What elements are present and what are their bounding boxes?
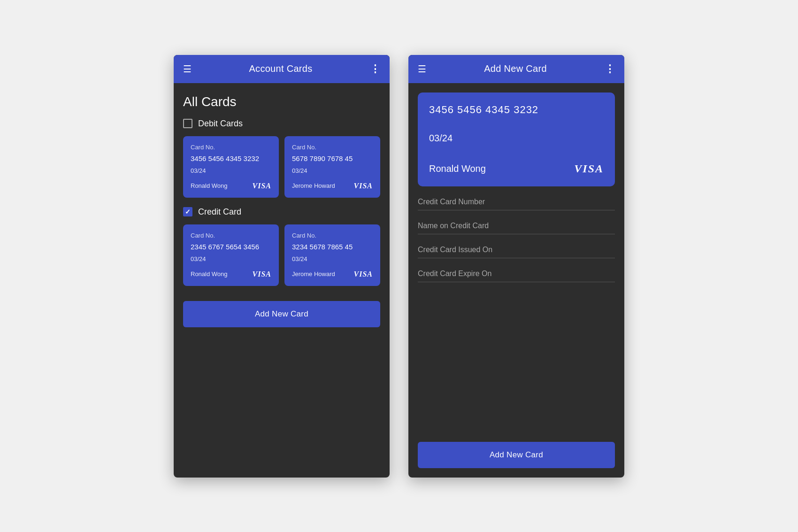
right-phone-frame: ☰ Add New Card ⋮ 3456 5456 4345 3232 03/… <box>408 55 624 478</box>
card-issued-label: Credit Card Issued On <box>418 246 615 254</box>
left-add-card-button[interactable]: Add New Card <box>183 301 380 327</box>
card-number-field[interactable]: Credit Card Number <box>418 198 615 210</box>
credit-card-1[interactable]: Card No. 2345 6767 5654 3456 03/24 Ronal… <box>183 224 279 286</box>
debit-category-header: Debit Cards <box>183 119 380 129</box>
debit-card-1-number: 3456 5456 4345 3232 <box>191 154 271 162</box>
credit-card-2[interactable]: Card No. 3234 5678 7865 45 03/24 Jerome … <box>284 224 380 286</box>
card-expire-field[interactable]: Credit Card Expire On <box>418 270 615 282</box>
debit-card-1-footer: Ronald Wong VISA <box>191 182 271 190</box>
card-number-label: Credit Card Number <box>418 198 615 206</box>
debit-card-2-holder: Jerome Howard <box>292 182 335 189</box>
preview-card-holder: Ronald Wong <box>429 163 486 174</box>
debit-card-2-label: Card No. <box>292 144 373 151</box>
credit-card-2-holder: Jerome Howard <box>292 270 335 278</box>
card-number-divider <box>418 210 615 210</box>
debit-cards-grid: Card No. 3456 5456 4345 3232 03/24 Ronal… <box>183 136 380 198</box>
left-menu-icon[interactable]: ☰ <box>183 63 192 75</box>
debit-card-1-label: Card No. <box>191 144 271 151</box>
left-more-icon[interactable]: ⋮ <box>370 63 380 75</box>
form-bottom: Add New Card <box>408 427 624 478</box>
right-app-bar: ☰ Add New Card ⋮ <box>408 55 624 83</box>
card-name-divider <box>418 234 615 234</box>
right-add-card-button[interactable]: Add New Card <box>418 442 615 468</box>
left-app-bar-title: Account Cards <box>249 63 312 74</box>
preview-card-footer: Ronald Wong VISA <box>429 162 604 175</box>
card-name-field[interactable]: Name on Credit Card <box>418 222 615 234</box>
preview-card-number: 3456 5456 4345 3232 <box>429 104 604 116</box>
credit-card-1-footer: Ronald Wong VISA <box>191 270 271 278</box>
debit-card-1[interactable]: Card No. 3456 5456 4345 3232 03/24 Ronal… <box>183 136 279 198</box>
credit-card-1-number: 2345 6767 5654 3456 <box>191 243 271 251</box>
all-cards-title: All Cards <box>183 94 380 109</box>
credit-card-1-holder: Ronald Wong <box>191 270 228 278</box>
credit-checkbox[interactable] <box>183 207 192 216</box>
credit-category-header: Credit Card <box>183 207 380 217</box>
left-content: All Cards Debit Cards Card No. 3456 5456… <box>174 83 390 478</box>
right-more-icon[interactable]: ⋮ <box>605 63 615 75</box>
credit-category-label: Credit Card <box>198 207 241 217</box>
credit-cards-grid: Card No. 2345 6767 5654 3456 03/24 Ronal… <box>183 224 380 286</box>
debit-card-2-number: 5678 7890 7678 45 <box>292 154 373 162</box>
left-app-bar: ☰ Account Cards ⋮ <box>174 55 390 83</box>
debit-card-2-network: VISA <box>354 182 373 190</box>
credit-card-2-label: Card No. <box>292 232 373 239</box>
preview-card-expiry: 03/24 <box>429 133 604 144</box>
credit-card-2-number: 3234 5678 7865 45 <box>292 243 373 251</box>
credit-card-1-label: Card No. <box>191 232 271 239</box>
credit-card-1-network: VISA <box>253 270 271 278</box>
left-phone-frame: ☰ Account Cards ⋮ All Cards Debit Cards … <box>174 55 390 478</box>
card-issued-divider <box>418 258 615 258</box>
debit-card-1-holder: Ronald Wong <box>191 182 228 189</box>
add-card-form: Credit Card Number Name on Credit Card C… <box>408 198 624 293</box>
credit-card-2-expiry: 03/24 <box>292 255 373 262</box>
credit-card-2-footer: Jerome Howard VISA <box>292 270 373 278</box>
right-menu-icon[interactable]: ☰ <box>418 63 426 75</box>
debit-checkbox[interactable] <box>183 119 192 128</box>
card-issued-field[interactable]: Credit Card Issued On <box>418 246 615 258</box>
debit-card-1-expiry: 03/24 <box>191 167 271 174</box>
credit-card-1-expiry: 03/24 <box>191 255 271 262</box>
debit-card-2-footer: Jerome Howard VISA <box>292 182 373 190</box>
card-name-label: Name on Credit Card <box>418 222 615 230</box>
credit-card-2-network: VISA <box>354 270 373 278</box>
preview-card: 3456 5456 4345 3232 03/24 Ronald Wong VI… <box>418 93 615 186</box>
debit-card-1-network: VISA <box>253 182 271 190</box>
debit-card-2[interactable]: Card No. 5678 7890 7678 45 03/24 Jerome … <box>284 136 380 198</box>
debit-category-label: Debit Cards <box>198 119 243 129</box>
card-expire-divider <box>418 282 615 282</box>
debit-card-2-expiry: 03/24 <box>292 167 373 174</box>
card-expire-label: Credit Card Expire On <box>418 270 615 278</box>
right-app-bar-title: Add New Card <box>484 63 547 74</box>
preview-card-network: VISA <box>574 162 604 175</box>
